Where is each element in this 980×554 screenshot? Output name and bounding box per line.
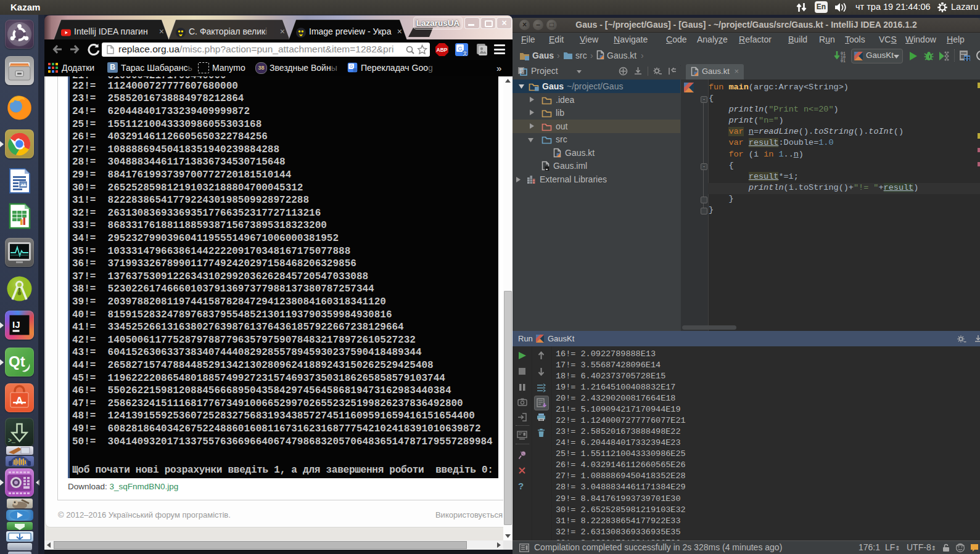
svg-text:Qt: Qt xyxy=(9,353,25,370)
svg-text:A: A xyxy=(15,395,23,407)
svg-text:?: ? xyxy=(518,481,524,491)
svg-text:文: 文 xyxy=(463,51,467,56)
svg-text:G: G xyxy=(458,46,462,52)
svg-text:01: 01 xyxy=(841,59,846,62)
svg-text:>_: >_ xyxy=(8,438,16,444)
svg-text:G: G xyxy=(350,64,353,68)
svg-text:ABP: ABP xyxy=(437,47,448,53)
svg-text:IJ: IJ xyxy=(12,319,20,330)
